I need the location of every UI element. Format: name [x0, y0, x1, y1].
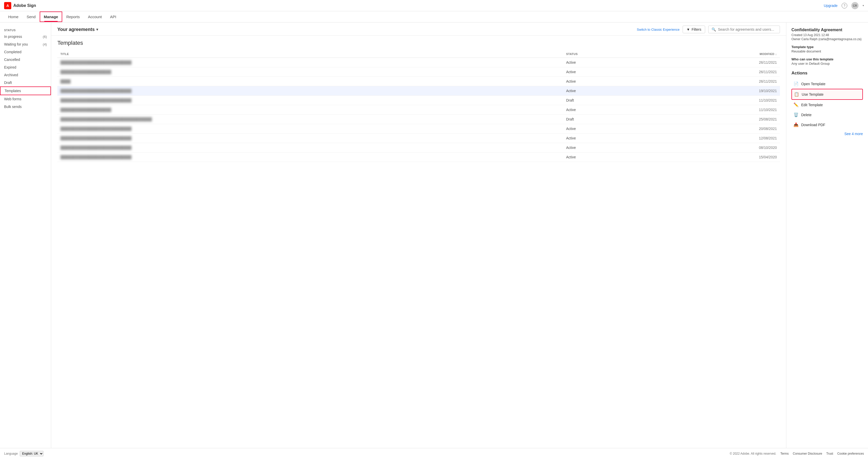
- sidebar-item-archived[interactable]: Archived: [0, 71, 51, 79]
- sidebar-item-web-forms[interactable]: Web forms: [0, 95, 51, 103]
- nav-item-reports[interactable]: Reports: [62, 11, 84, 22]
- modified-cell: 08/10/2020: [655, 143, 780, 153]
- who-can-use-value: Any user in Default Group: [792, 62, 863, 65]
- nav-bar: Home Send Manage Reports Account API: [0, 11, 868, 23]
- agreements-chevron-icon[interactable]: ▾: [96, 27, 98, 31]
- delete-icon: 🗑️: [794, 112, 799, 117]
- action-use-template[interactable]: 📋Use Template: [792, 89, 863, 100]
- sidebar-item-cancelled[interactable]: Cancelled: [0, 56, 51, 63]
- footer-link-terms[interactable]: Terms: [780, 452, 789, 455]
- footer-link-trust[interactable]: Trust: [826, 452, 833, 455]
- action-download-pdf[interactable]: 📥Download PDF: [792, 120, 863, 130]
- sidebar-item-draft[interactable]: Draft: [0, 79, 51, 87]
- title-cell: ████████████████████████████: [57, 86, 563, 96]
- app-title: Adobe Sign: [13, 3, 36, 8]
- download-pdf-label: Download PDF: [801, 123, 825, 127]
- title-cell: ████████████████████████████████████: [57, 114, 563, 124]
- sidebar-item-in-progress[interactable]: In progress (6): [0, 33, 51, 40]
- table-row[interactable]: ████████████████████████████Active12/08/…: [57, 134, 780, 143]
- action-delete[interactable]: 🗑️Delete: [792, 110, 863, 120]
- sidebar-item-bulk-sends[interactable]: Bulk sends: [0, 103, 51, 110]
- sidebar-item-templates[interactable]: Templates: [0, 87, 51, 95]
- status-cell: Active: [563, 58, 655, 67]
- table-row[interactable]: ████████████████████████████Active19/10/…: [57, 86, 780, 96]
- modified-cell: 20/08/2021: [655, 124, 780, 134]
- delete-label: Delete: [801, 113, 811, 117]
- edit-template-label: Edit Template: [801, 103, 823, 107]
- table-row[interactable]: ████████████████████████████████████Draf…: [57, 114, 780, 124]
- sidebar-item-expired[interactable]: Expired: [0, 63, 51, 71]
- nav-item-send[interactable]: Send: [23, 11, 40, 22]
- table-row[interactable]: ████Active26/11/2021: [57, 77, 780, 86]
- content-header: Your agreements ▾ Switch to Classic Expe…: [51, 23, 786, 36]
- action-edit-template[interactable]: ✏️Edit Template: [792, 100, 863, 110]
- avatar[interactable]: CR: [851, 2, 859, 9]
- nav-item-api[interactable]: API: [106, 11, 120, 22]
- adobe-logo-icon: A: [4, 2, 11, 9]
- modified-cell: 26/11/2021: [655, 58, 780, 67]
- nav-item-account[interactable]: Account: [84, 11, 106, 22]
- agreements-title: Your agreements ▾: [57, 27, 98, 32]
- sidebar: STATUS In progress (6) Waiting for you (…: [0, 23, 51, 448]
- use-template-label: Use Template: [802, 92, 824, 96]
- search-input[interactable]: [718, 27, 777, 31]
- status-cell: Active: [563, 143, 655, 153]
- footer-link-consumer[interactable]: Consumer Disclosure: [793, 452, 822, 455]
- sort-icon: ↓: [775, 53, 777, 56]
- table-row[interactable]: ████████████████████████████Active08/10/…: [57, 143, 780, 153]
- panel-who-can-use-section: Who can use this template Any user in De…: [792, 57, 863, 65]
- nav-item-manage[interactable]: Manage: [40, 11, 62, 22]
- search-box[interactable]: 🔍: [708, 26, 780, 33]
- status-cell: Active: [563, 134, 655, 143]
- main-layout: STATUS In progress (6) Waiting for you (…: [0, 23, 868, 448]
- upgrade-button[interactable]: Upgrade: [824, 4, 838, 8]
- help-icon[interactable]: ?: [842, 3, 847, 8]
- sidebar-item-waiting[interactable]: Waiting for you (4): [0, 40, 51, 48]
- search-icon: 🔍: [712, 27, 716, 31]
- use-template-icon: 📋: [794, 92, 799, 97]
- switch-classic-link[interactable]: Switch to Classic Experience: [637, 28, 680, 31]
- language-select[interactable]: English: UK: [20, 451, 43, 456]
- who-can-use-label: Who can use this template: [792, 57, 863, 61]
- col-status: STATUS: [563, 51, 655, 58]
- table-row[interactable]: ████████████████████████████Draft11/10/2…: [57, 96, 780, 105]
- open-template-label: Open Template: [801, 82, 826, 86]
- template-type-value: Reusable document: [792, 50, 863, 53]
- sidebar-status-label: STATUS: [0, 27, 51, 33]
- table-row[interactable]: ████████████████████████████Active20/08/…: [57, 124, 780, 134]
- title-cell: ████████████████████████████: [57, 153, 563, 162]
- language-label: Language: [4, 452, 18, 455]
- sidebar-item-completed[interactable]: Completed: [0, 48, 51, 56]
- footer-left: Language English: UK: [4, 451, 43, 456]
- table-row[interactable]: ████████████████████████████Active15/04/…: [57, 153, 780, 162]
- title-cell: ████████████████████████████: [57, 134, 563, 143]
- col-modified[interactable]: MODIFIED ↓: [655, 51, 780, 58]
- modified-cell: 26/11/2021: [655, 67, 780, 77]
- status-cell: Active: [563, 105, 655, 114]
- modified-cell: 12/08/2021: [655, 134, 780, 143]
- table-row[interactable]: ████████████████████████████Active26/11/…: [57, 58, 780, 67]
- panel-title: Confidentiality Agreement: [792, 28, 863, 32]
- nav-item-home[interactable]: Home: [4, 11, 23, 22]
- filter-button[interactable]: ▼ Filters: [683, 26, 705, 33]
- modified-cell: 26/11/2021: [655, 77, 780, 86]
- actions-title: Actions: [792, 71, 863, 76]
- top-bar-left: A Adobe Sign: [4, 2, 36, 9]
- top-bar: A Adobe Sign Upgrade ? CR ▾: [0, 0, 868, 11]
- status-cell: Active: [563, 124, 655, 134]
- top-bar-right: Upgrade ? CR ▾: [824, 2, 864, 9]
- edit-template-icon: ✏️: [794, 102, 799, 107]
- account-chevron-icon[interactable]: ▾: [863, 4, 864, 7]
- table-row[interactable]: ████████████████████Active26/11/2021: [57, 67, 780, 77]
- agreements-title-text: Your agreements: [57, 27, 95, 32]
- right-panel: Confidentiality Agreement Created 13 Aug…: [786, 23, 868, 448]
- panel-owner: Owner Carla Ralph (carla@magentagroupsa.…: [792, 37, 863, 41]
- status-cell: Draft: [563, 96, 655, 105]
- see-more-link[interactable]: See 4 more: [792, 132, 863, 136]
- table-row[interactable]: ████████████████████Active11/10/2021: [57, 105, 780, 114]
- action-open-template[interactable]: 📄Open Template: [792, 79, 863, 89]
- footer-link-cookies[interactable]: Cookie preferences: [837, 452, 864, 455]
- modified-cell: 15/04/2020: [655, 153, 780, 162]
- templates-table: TITLE STATUS MODIFIED ↓ ████████████████…: [57, 51, 780, 162]
- template-type-label: Template type: [792, 45, 863, 49]
